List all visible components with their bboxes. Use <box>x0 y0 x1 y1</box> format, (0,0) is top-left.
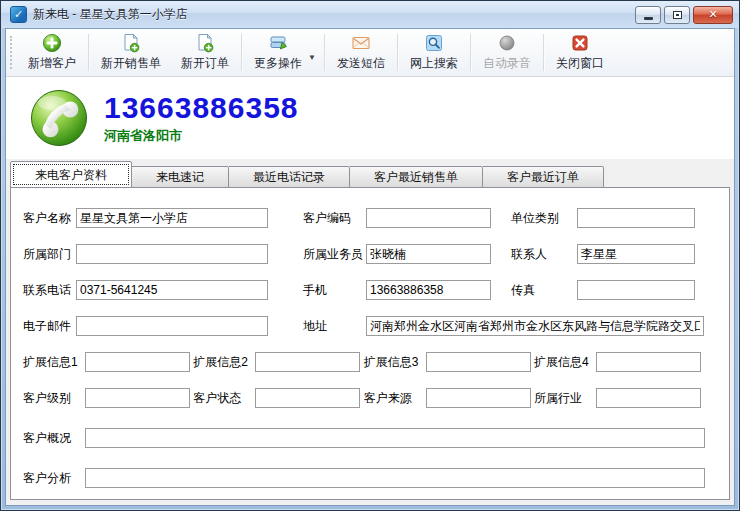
toolbar-button-label: 自动录音 <box>483 55 531 72</box>
customer-info-form: 客户名称 客户编码 单位类别 所属部门 所属业务员 联系人 联系电话 <box>10 187 730 500</box>
close-window-icon <box>570 33 590 53</box>
department-field[interactable] <box>76 244 268 264</box>
unit-category-label: 单位类别 <box>511 210 577 227</box>
mobile-field[interactable] <box>366 280 491 300</box>
ext4-label: 扩展信息4 <box>534 354 596 371</box>
ext4-field[interactable] <box>596 352 701 372</box>
contact-phone-field[interactable] <box>76 280 268 300</box>
customer-status-field[interactable] <box>255 388 360 408</box>
toolbar-button-label: 网上搜索 <box>410 55 458 72</box>
new-sales-order-button[interactable]: 新开销售单 <box>91 29 171 76</box>
ext3-field[interactable] <box>426 352 531 372</box>
customer-source-label: 客户来源 <box>364 390 426 407</box>
caller-location: 河南省洛阳市 <box>104 127 299 145</box>
customer-name-field[interactable] <box>76 208 268 228</box>
customer-source-field[interactable] <box>426 388 531 408</box>
new-order-doc-icon <box>195 33 215 53</box>
title-bar: ✓ 新来电 - 星星文具第一小学店 ✕ <box>1 1 739 28</box>
toolbar-separator <box>470 34 471 71</box>
caller-phone-number: 13663886358 <box>104 92 299 124</box>
close-window-button[interactable]: 关闭窗口 <box>546 29 614 76</box>
send-sms-icon <box>351 33 371 53</box>
customer-analysis-field[interactable] <box>85 468 705 488</box>
tab-recent-call-records[interactable]: 最近电话记录 <box>229 166 350 188</box>
auto-record-icon <box>497 33 517 53</box>
contact-phone-label: 联系电话 <box>23 282 76 299</box>
customer-name-label: 客户名称 <box>23 210 76 227</box>
new-order-button[interactable]: 新开订单 <box>171 29 239 76</box>
close-button[interactable]: ✕ <box>693 6 733 24</box>
unit-category-field[interactable] <box>577 208 695 228</box>
contact-label: 联系人 <box>511 246 577 263</box>
ext3-label: 扩展信息3 <box>364 354 426 371</box>
customer-status-label: 客户状态 <box>193 390 255 407</box>
toolbar-gripper <box>10 36 15 69</box>
new-sales-doc-icon <box>121 33 141 53</box>
incoming-call-window: ✓ 新来电 - 星星文具第一小学店 ✕ 新增客户 <box>0 0 740 511</box>
minimize-button[interactable] <box>635 6 661 24</box>
fax-label: 传真 <box>511 282 577 299</box>
tab-strip: 来电客户资料 来电速记 最近电话记录 客户最近销售单 客户最近订单 <box>10 161 730 188</box>
ext2-label: 扩展信息2 <box>193 354 255 371</box>
send-sms-button[interactable]: 发送短信 <box>327 29 395 76</box>
add-customer-icon <box>42 33 62 53</box>
caller-panel: 13663886358 河南省洛阳市 <box>6 77 734 159</box>
customer-analysis-label: 客户分析 <box>23 470 85 487</box>
department-label: 所属部门 <box>23 246 76 263</box>
ext2-field[interactable] <box>255 352 360 372</box>
customer-level-label: 客户级别 <box>23 390 85 407</box>
toolbar-button-label: 新开订单 <box>181 55 229 72</box>
maximize-button[interactable] <box>664 6 690 24</box>
client-area: 新增客户 新开销售单 <box>5 28 735 506</box>
salesperson-field[interactable] <box>366 244 491 264</box>
tab-recent-orders[interactable]: 客户最近订单 <box>483 166 604 188</box>
web-search-icon <box>424 33 444 53</box>
customer-code-label: 客户编码 <box>303 210 366 227</box>
contact-field[interactable] <box>577 244 695 264</box>
toolbar-separator <box>241 34 242 71</box>
auto-record-button: 自动录音 <box>473 29 541 76</box>
toolbar: 新增客户 新开销售单 <box>6 29 734 77</box>
customer-overview-field[interactable] <box>85 428 705 448</box>
toolbar-button-label: 新增客户 <box>28 55 76 72</box>
address-label: 地址 <box>303 318 366 335</box>
toolbar-separator <box>397 34 398 71</box>
ext1-field[interactable] <box>85 352 190 372</box>
toolbar-separator <box>324 34 325 71</box>
add-customer-button[interactable]: 新增客户 <box>18 29 86 76</box>
industry-field[interactable] <box>596 388 701 408</box>
toolbar-separator <box>543 34 544 71</box>
ext1-label: 扩展信息1 <box>23 354 85 371</box>
close-icon: ✕ <box>708 9 717 20</box>
tab-caller-customer-info[interactable]: 来电客户资料 <box>10 161 132 188</box>
toolbar-button-label: 更多操作 <box>254 55 302 72</box>
web-search-button[interactable]: 网上搜索 <box>400 29 468 76</box>
maximize-icon <box>673 11 682 19</box>
caller-app-icon: ✓ <box>10 6 27 23</box>
toolbar-button-label: 关闭窗口 <box>556 55 604 72</box>
mobile-label: 手机 <box>303 282 366 299</box>
customer-level-field[interactable] <box>85 388 190 408</box>
green-phone-icon <box>30 89 88 147</box>
industry-label: 所属行业 <box>534 390 596 407</box>
tab-call-notes[interactable]: 来电速记 <box>132 166 229 188</box>
toolbar-button-label: 发送短信 <box>337 55 385 72</box>
toolbar-separator <box>88 34 89 71</box>
window-title: 新来电 - 星星文具第一小学店 <box>33 6 635 23</box>
email-field[interactable] <box>76 316 268 336</box>
address-field[interactable] <box>366 316 704 336</box>
customer-code-field[interactable] <box>366 208 491 228</box>
toolbar-button-label: 新开销售单 <box>101 55 161 72</box>
more-actions-icon <box>268 33 288 53</box>
minimize-icon <box>644 17 653 20</box>
more-actions-button[interactable]: 更多操作 <box>244 29 312 76</box>
tab-area: 来电客户资料 来电速记 最近电话记录 客户最近销售单 客户最近订单 客户名称 客… <box>6 159 734 505</box>
customer-overview-label: 客户概况 <box>23 430 85 447</box>
fax-field[interactable] <box>577 280 695 300</box>
email-label: 电子邮件 <box>23 318 76 335</box>
salesperson-label: 所属业务员 <box>303 246 366 263</box>
tab-recent-sales-orders[interactable]: 客户最近销售单 <box>350 166 483 188</box>
